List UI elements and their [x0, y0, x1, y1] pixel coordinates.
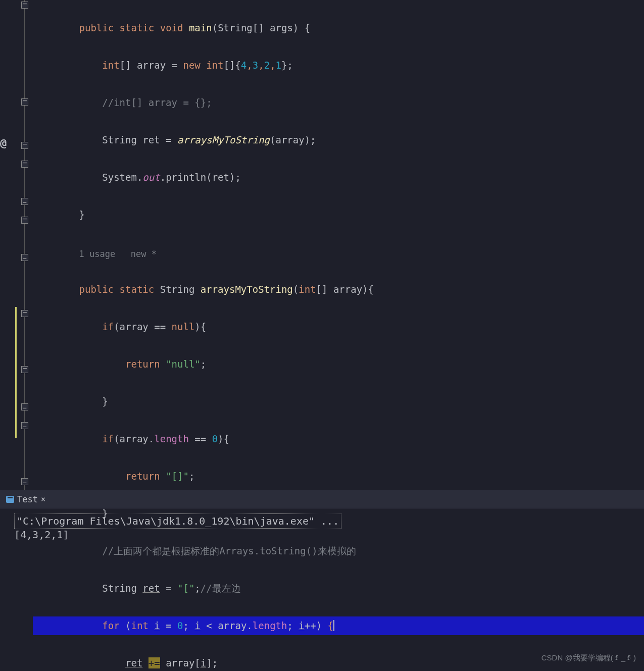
- fold-icon[interactable]: [21, 310, 28, 317]
- code-line[interactable]: //上面两个都是根据标准的Arrays.toString()来模拟的: [33, 542, 644, 560]
- code-line[interactable]: int[] array = new int[]{4,3,2,1};: [33, 56, 644, 75]
- text-cursor: [333, 620, 334, 631]
- code-line[interactable]: //int[] array = {};: [33, 93, 644, 112]
- code-line[interactable]: public static String arraysMyToString(in…: [33, 280, 644, 299]
- fold-icon[interactable]: [21, 198, 28, 205]
- code-line[interactable]: return "null";: [33, 355, 644, 374]
- code-line[interactable]: }: [33, 205, 644, 224]
- code-area[interactable]: public static void main(String[] args) {…: [33, 0, 644, 490]
- fold-icon[interactable]: [21, 142, 28, 149]
- run-config-icon: [6, 496, 14, 503]
- code-line[interactable]: return "[]";: [33, 467, 644, 486]
- fold-guide: [24, 0, 25, 490]
- fold-icon[interactable]: [21, 478, 28, 485]
- code-line[interactable]: String ret = "[";//最左边: [33, 579, 644, 598]
- vcs-annotation-marker: @: [0, 137, 7, 149]
- code-line[interactable]: String ret = arraysMyToString(array);: [33, 131, 644, 149]
- code-editor[interactable]: @ public static void main(String[] args)…: [0, 0, 644, 490]
- code-line[interactable]: System.out.println(ret);: [33, 168, 644, 187]
- code-line-current[interactable]: for (int i = 0; i < array.length; i++) {: [33, 616, 644, 635]
- fold-icon[interactable]: [21, 217, 28, 224]
- usage-hint: 1 usage new *: [33, 243, 644, 262]
- code-line[interactable]: if(array.length == 0){: [33, 430, 644, 448]
- code-line[interactable]: if(array == null){: [33, 318, 644, 336]
- fold-icon[interactable]: [21, 366, 28, 373]
- watermark: CSDN @我要学编程(ಥ_ಥ): [541, 653, 636, 663]
- editor-gutter: @: [0, 0, 33, 490]
- fold-icon[interactable]: [21, 422, 28, 429]
- fold-icon[interactable]: [21, 161, 28, 168]
- code-line[interactable]: }: [33, 504, 644, 523]
- fold-icon[interactable]: [21, 403, 28, 410]
- fold-icon[interactable]: [21, 2, 28, 9]
- change-marker: [15, 307, 17, 438]
- fold-icon[interactable]: [21, 98, 28, 106]
- code-line[interactable]: }: [33, 392, 644, 411]
- fold-icon[interactable]: [21, 254, 28, 261]
- code-line[interactable]: public static void main(String[] args) {: [33, 19, 644, 37]
